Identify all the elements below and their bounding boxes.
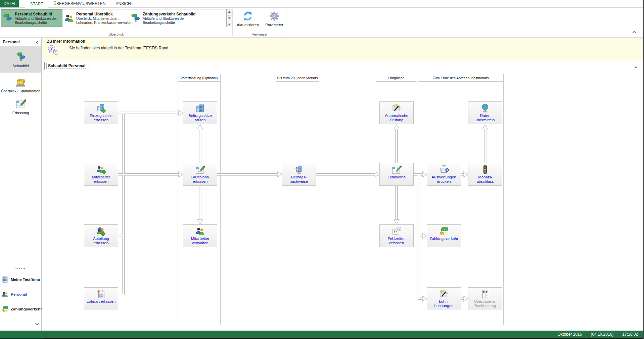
- status-date: (04.10.2016): [591, 332, 613, 337]
- module-zahlungsverkehr[interactable]: Zahlungsverkehr: [1, 304, 41, 314]
- sidebar-item-erfassung[interactable]: Erfassung: [0, 96, 41, 117]
- dropdown-arrow-icon: [634, 67, 637, 69]
- lane-header-endgültige: Endgültige: [376, 74, 416, 82]
- ribbon-group-separator: [232, 9, 233, 36]
- flow-node-label: Bruttolohn erfassen: [191, 175, 209, 184]
- gallery-more-button[interactable]: [227, 21, 232, 27]
- flow-node-label: Zahlungsverkehr: [429, 237, 458, 241]
- chevron-up-icon: [632, 31, 637, 33]
- ribbon-group-label-ueberblick: Überblick: [0, 32, 232, 36]
- grid-pencil-icon: [195, 165, 205, 175]
- svg-text:12: 12: [394, 230, 397, 234]
- gallery-item-description: Überblick, Mitarbeiterdaten,Lohnarten, K…: [76, 16, 133, 25]
- divider: [91, 42, 639, 42]
- document-tab-label: Schaubild Personal: [46, 63, 87, 69]
- info-bar: Zu Ihrer Information ?! Sie befinden sic…: [42, 38, 643, 61]
- status-period: Oktober 2016: [558, 332, 582, 337]
- button-label: Parameter: [265, 23, 283, 27]
- flow-node-automatische-pruefung[interactable]: Automatische Prüfung: [379, 101, 414, 124]
- sidebar-splitter[interactable]: ••••••: [0, 267, 41, 270]
- gallery-item-personal-überblick[interactable]: Personal ÜberblickÜberblick, Mitarbeiter…: [62, 9, 129, 27]
- parameter-button[interactable]: Parameter: [262, 9, 287, 33]
- flow-node-mitarbeiter-erfassen[interactable]: Mitarbeiter erfassen: [84, 163, 118, 186]
- wand-icon: [392, 103, 402, 113]
- gear-icon: [269, 11, 280, 22]
- gallery-item-description: Abläufe und Strukturen derBearbeitungssc…: [143, 16, 195, 25]
- group-add-icon: [96, 226, 106, 236]
- lane-body: [276, 82, 319, 325]
- refresh-icon: [242, 11, 253, 22]
- flow-node-label: Lohn- buchungen: [434, 299, 454, 308]
- sidebar-item-label: Überblick / Stammdaten: [1, 89, 40, 93]
- button-label: Aktualisieren: [237, 23, 259, 27]
- flow-node-lohnart-erfassen[interactable]: Lohnart erfassen: [84, 287, 118, 310]
- ribbon-tab-übergeben-auswerten[interactable]: ÜBERGEBEN/AUSWERTEN: [48, 0, 110, 7]
- gallery-item-personal-schaubild[interactable]: Personal SchaubildAbläufe und Strukturen…: [1, 9, 62, 27]
- flow-node-beitragssaetze-pruefen[interactable]: Beitragssätze prüfen: [183, 101, 217, 124]
- window-right-edge: [643, 0, 644, 339]
- module-label: Meine Testfirma: [11, 278, 40, 282]
- ribbon-tab-start[interactable]: START: [25, 0, 48, 8]
- calendar-clock-icon: 12: [392, 226, 402, 236]
- gallery-item-description: Abläufe und Strukturen derBearbeitungssc…: [15, 16, 57, 25]
- svg-text:?: ?: [50, 46, 53, 51]
- printer-icon: [439, 165, 449, 175]
- triangle-up-icon: [228, 11, 231, 13]
- flow-node-label: Automatische Prüfung: [385, 114, 408, 122]
- grid-pencil-icon: [15, 98, 26, 109]
- flow-node-lohn-buchungen[interactable]: Lohn- buchungen: [427, 287, 461, 310]
- doc-new-icon: [96, 289, 106, 299]
- flow-node-zahlungsverkehr[interactable]: Zahlungsverkehr: [427, 224, 461, 247]
- sidebar-item-label: Schaubild: [12, 64, 29, 68]
- flow-node-auswertungen-drucken[interactable]: Auswertungen drucken: [427, 163, 461, 186]
- sidebar-item-überblick-stammdaten[interactable]: Überblick / Stammdaten: [0, 74, 41, 95]
- module-label: Zahlungsverkehr: [11, 307, 42, 311]
- gallery-item-zahlungsverkehr-schaubild[interactable]: Zahlungsverkehr SchaubildAbläufe und Str…: [129, 9, 216, 27]
- flow-node-mitarbeiter-verwalten[interactable]: Mitarbeiter verwalten: [183, 224, 217, 247]
- flow-node-beitrags-nachweise[interactable]: Beitrags- nachweise: [282, 163, 316, 186]
- sidebar-overflow-button[interactable]: [35, 321, 39, 327]
- ribbon-tabs: STARTÜBERGEBEN/AUSWERTENANSICHT: [25, 0, 138, 7]
- building-net-icon: [294, 165, 304, 175]
- flow-node-label: Daten übermitteln: [476, 114, 495, 122]
- flow-node-label: Mitarbeiter verwalten: [191, 237, 209, 245]
- gallery-scroll-down-button[interactable]: [227, 15, 232, 22]
- flow-node-bruttolohn-erfassen[interactable]: Bruttolohn erfassen: [183, 163, 217, 186]
- aktualisieren-button[interactable]: Aktualisieren: [235, 9, 261, 33]
- svg-text:!: !: [55, 50, 56, 54]
- flow-node-lohnkonto[interactable]: Lohnkonto: [379, 163, 414, 186]
- flow-node-daten-uebermitteln[interactable]: Daten übermitteln: [468, 101, 502, 124]
- flow-connector: [119, 113, 124, 294]
- flow-node-fehlzeiten-erfassen[interactable]: 12Fehlzeiten erfassen: [379, 224, 414, 247]
- tab-list-dropdown-button[interactable]: [634, 64, 637, 70]
- flow-node-label: Lohnkonto: [387, 175, 406, 179]
- info-bar-message: Sie befinden sich aktuell in der Testfir…: [69, 46, 170, 50]
- people-icon: [195, 226, 205, 236]
- tab-schaubild-personal[interactable]: Schaubild Personal: [44, 62, 89, 70]
- money-icon: [439, 226, 449, 236]
- ribbon-group-label-verweise: Verweise: [232, 32, 286, 36]
- gallery-scroll-up-button[interactable]: [227, 9, 232, 15]
- lane-header-vorerfassung-optional-: Vorerfassung (Optional): [178, 74, 221, 82]
- ledger-icon: [480, 289, 490, 299]
- flow-node-monatsabschluss[interactable]: Monats- abschluss: [468, 163, 502, 186]
- module-label: Personal: [11, 292, 27, 296]
- sidebar-item-schaubild[interactable]: Schaubild: [0, 46, 41, 73]
- flow-node-label: Einzugsstelle erfassen: [90, 114, 112, 122]
- module-meine-testfirma[interactable]: Meine Testfirma: [1, 275, 41, 284]
- tab-datei[interactable]: DATEI: [0, 0, 19, 7]
- people-add-icon: [96, 165, 106, 175]
- ribbon-collapse-button[interactable]: [632, 29, 637, 35]
- flow-node-label: Monats- abschluss: [476, 175, 494, 184]
- flow-node-abteilung-erfassen[interactable]: Abteilung erfassen: [84, 224, 118, 247]
- flow-node-einzugsstelle-erfassen[interactable]: Einzugsstelle erfassen: [84, 101, 118, 124]
- sidebar-collapse-button[interactable]: [36, 40, 39, 46]
- gallery-item-title: Zahlungsverkehr Schaubild: [143, 12, 195, 16]
- module-personal[interactable]: Personal: [1, 290, 41, 299]
- flow-node-label: Beitrags- nachweise: [290, 175, 308, 184]
- gallery-item-title: Personal Überblick: [76, 12, 133, 16]
- ribbon: Personal SchaubildAbläufe und Strukturen…: [0, 8, 643, 38]
- ribbon-tab-bar: DATEI STARTÜBERGEBEN/AUSWERTENANSICHT: [0, 0, 643, 8]
- status-time: 17:16:02: [622, 332, 638, 337]
- ribbon-tab-ansicht[interactable]: ANSICHT: [110, 0, 138, 7]
